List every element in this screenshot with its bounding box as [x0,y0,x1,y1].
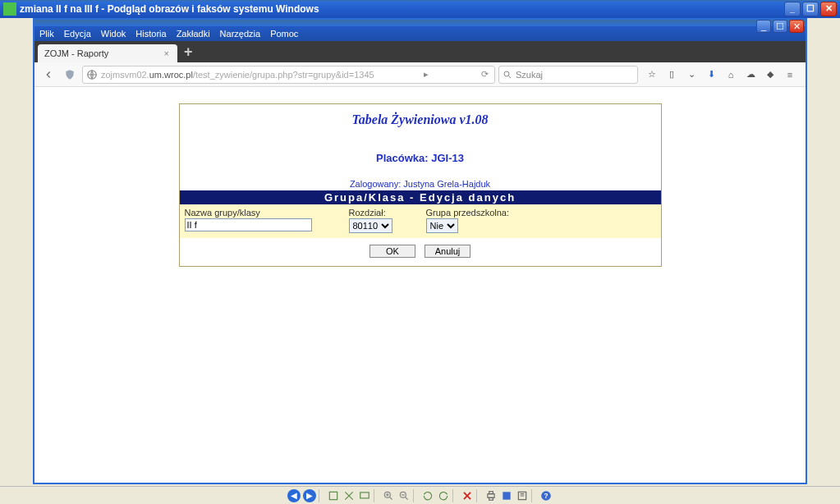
svg-rect-8 [489,497,493,500]
przedszkolna-label: Grupa przedszkolna: [426,208,531,218]
reload-button[interactable]: ⟳ [479,69,491,80]
actual-size-icon[interactable] [342,489,356,502]
new-tab-button[interactable]: + [177,44,200,62]
menu-widok[interactable]: Widok [101,29,126,39]
help-icon[interactable]: ? [539,489,553,502]
nav-toolbar: zojmsvm02.zojmsvm02.um.wroc.plum.wroc.pl… [34,62,806,87]
chat-icon[interactable]: ☁ [743,67,758,82]
inner-minimize-button[interactable]: _ [756,20,771,33]
shield-icon[interactable] [61,66,79,84]
edit-icon[interactable] [516,489,529,502]
rozdzial-select[interactable]: 80110 [349,218,392,233]
app-title: Tabela Żywieniowa v1.08 [180,104,661,131]
svg-rect-6 [488,493,494,497]
minimize-button[interactable]: _ [784,2,801,16]
zoom-out-icon[interactable] [397,489,411,502]
menu-icon[interactable]: ≡ [783,67,797,82]
tab-label: ZOJM - Raporty [44,48,108,58]
browser-window: _ ☐ ✕ Plik Edycja Widok Historia Zakładk… [33,18,807,484]
maximize-button[interactable]: ☐ [802,2,819,16]
globe-icon [86,69,98,80]
clipboard-icon[interactable]: ▯ [664,67,679,82]
download-icon[interactable]: ⬇ [704,67,718,82]
form-row: Nazwa grupy/klasy Rozdział: 80110 Grupa … [180,204,661,238]
stop-reload-button[interactable]: ▸ [421,69,431,80]
svg-rect-7 [489,491,493,493]
logged-user: Zalogowany: Justyna Grela-Hajduk [180,167,661,190]
rozdzial-label: Rozdział: [349,208,416,218]
slideshow-icon[interactable] [358,489,371,502]
section-header: Grupa/Klasa - Edycja danych [180,190,661,204]
menu-plik[interactable]: Plik [39,29,54,39]
home-icon[interactable]: ⌂ [723,67,738,82]
group-name-input[interactable] [185,218,312,231]
bell-icon[interactable]: ◆ [763,67,778,82]
viewer-toolbar: ◀ ▶ ? [0,486,840,504]
place-label: Placówka: JGI-13 [180,131,661,167]
inner-close-button[interactable]: ✕ [789,20,804,33]
url-text: zojmsvm02.zojmsvm02.um.wroc.plum.wroc.pl… [101,70,374,80]
cancel-button[interactable]: Anuluj [425,245,470,258]
print-icon[interactable] [484,489,498,502]
tab-close-icon[interactable]: × [163,48,171,58]
window-title: zmiana II f na III f - Podgląd obrazów i… [20,3,784,15]
windows-titlebar: zmiana II f na III f - Podgląd obrazów i… [0,0,840,18]
rotate-ccw-icon[interactable] [421,489,434,502]
svg-point-1 [504,71,509,76]
zoom-in-icon[interactable] [382,489,395,502]
close-button[interactable]: ✕ [820,2,837,16]
ok-button[interactable]: OK [370,245,415,258]
menu-pomoc[interactable]: Pomoc [270,29,298,39]
menu-narzedzia[interactable]: Narzędzia [220,29,261,39]
menu-historia[interactable]: Historia [135,29,166,39]
star-icon[interactable]: ☆ [645,67,659,82]
browser-menubar: Plik Edycja Widok Historia Zakładki Narz… [34,26,806,41]
group-name-label: Nazwa grupy/klasy [185,208,339,218]
rotate-cw-icon[interactable] [437,489,450,502]
prev-image-button[interactable]: ◀ [287,489,301,502]
search-box[interactable]: Szukaj [498,66,638,84]
browser-tab[interactable]: ZOJM - Raporty × [38,44,177,62]
fit-icon[interactable] [327,489,340,502]
save-icon[interactable] [500,489,513,502]
back-button[interactable] [39,66,57,84]
search-placeholder: Szukaj [516,70,543,80]
svg-rect-3 [360,492,370,497]
svg-rect-9 [503,492,510,499]
svg-rect-2 [329,492,337,499]
page-content: Tabela Żywieniowa v1.08 Placówka: JGI-13… [34,87,806,483]
przedszkolna-select[interactable]: Nie [426,218,458,233]
toolbar-icons: ☆ ▯ ⌄ ⬇ ⌂ ☁ ◆ ≡ [641,67,801,82]
delete-icon[interactable] [461,489,474,502]
inner-maximize-button[interactable]: ☐ [773,20,787,33]
tab-bar: ZOJM - Raporty × + [34,41,806,62]
menu-zakladki[interactable]: Zakładki [177,29,210,39]
app-icon [3,2,16,16]
address-bar[interactable]: zojmsvm02.zojmsvm02.um.wroc.plum.wroc.pl… [82,66,495,84]
next-image-button[interactable]: ▶ [303,489,316,502]
form-panel: Tabela Żywieniowa v1.08 Placówka: JGI-13… [179,103,662,267]
menu-edycja[interactable]: Edycja [64,29,91,39]
svg-text:?: ? [544,492,549,499]
pocket-icon[interactable]: ⌄ [684,67,699,82]
